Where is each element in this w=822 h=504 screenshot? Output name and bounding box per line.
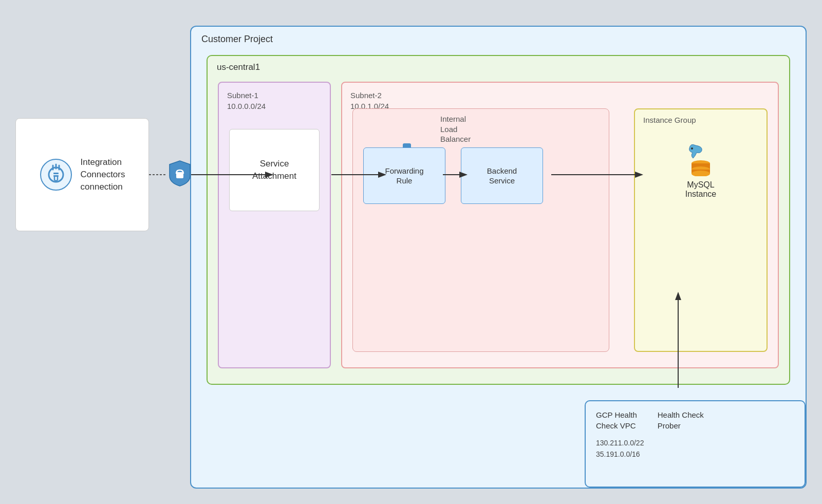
- mysql-icon: [685, 140, 716, 176]
- service-attachment-label: Service Attachment: [252, 158, 296, 182]
- mysql-instance-label: MySQL Instance: [685, 180, 716, 199]
- us-central1-label: us-central1: [217, 62, 260, 72]
- svg-point-14: [691, 147, 693, 150]
- customer-project-box: Customer Project us-central1 Subnet-1 10…: [190, 26, 807, 489]
- forwarding-rule-box: Forwarding Rule: [363, 147, 445, 204]
- svg-rect-6: [53, 175, 59, 177]
- integration-connectors-box: Integration Connectors connection: [15, 118, 149, 231]
- instance-group-box: Instance Group: [634, 108, 768, 352]
- health-check-inner: GCP Health Check VPC Health Check Prober: [596, 409, 794, 431]
- integration-connectors-icon: [40, 158, 72, 191]
- ilb-label: Internal Load Balancer: [440, 114, 471, 144]
- integration-connectors-label: Integration Connectors connection: [81, 156, 125, 193]
- service-attachment-box: Service Attachment: [229, 129, 320, 211]
- subnet2-box: Subnet-2 10.0.1.0/24: [341, 82, 779, 368]
- us-central1-box: us-central1 Subnet-1 10.0.0.0/24 Service…: [207, 55, 790, 385]
- diagram-wrapper: Integration Connectors connection Custom…: [15, 15, 807, 489]
- customer-project-label: Customer Project: [201, 34, 273, 45]
- instance-group-label: Instance Group: [643, 116, 696, 124]
- health-check-subnets: 130.211.0.0/22 35.191.0.0/16: [596, 437, 794, 460]
- forwarding-rule-label: Forwarding Rule: [385, 166, 423, 186]
- ilb-group-box: Internal Load Balancer Forwarding Rule B…: [352, 108, 609, 352]
- subnet1-box: Subnet-1 10.0.0.0/24 Service Attachment: [218, 82, 331, 368]
- backend-service-box: Backend Service: [461, 147, 543, 204]
- subnet1-label: Subnet-1 10.0.0.0/24: [227, 90, 266, 111]
- health-check-prober-label: Health Check Prober: [658, 409, 704, 431]
- mysql-instance-container: MySQL Instance: [645, 140, 756, 199]
- svg-rect-5: [53, 173, 59, 174]
- svg-rect-23: [176, 172, 183, 178]
- health-check-box: GCP Health Check VPC Health Check Prober…: [585, 400, 806, 488]
- health-check-vpc-label: GCP Health Check VPC: [596, 409, 637, 431]
- backend-service-label: Backend Service: [487, 166, 517, 186]
